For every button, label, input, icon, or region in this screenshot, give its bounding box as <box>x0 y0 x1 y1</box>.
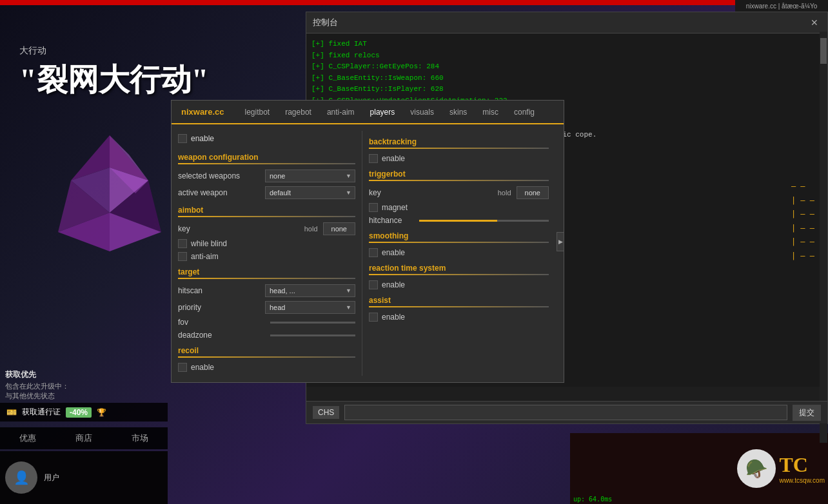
backtracking-enable-label: enable <box>382 154 405 163</box>
magnet-row: magnet <box>369 203 549 212</box>
menu-left-column: enable weapon configuration selected wea… <box>178 131 362 376</box>
assist-enable-row: enable <box>369 313 549 322</box>
reaction-time-header: reaction time system <box>369 264 549 273</box>
desc3: 与其他优先状态 <box>5 391 166 401</box>
tab-misc[interactable]: misc <box>475 101 506 123</box>
smoothing-enable-row: enable <box>369 248 549 257</box>
console-bottom-bar: CHS 提交 <box>306 401 827 423</box>
deadzone-row: deadzone <box>178 331 355 340</box>
selected-weapons-label: selected weapons <box>178 171 265 180</box>
tc-letters: TC <box>779 453 825 477</box>
reaction-time-divider <box>369 274 549 275</box>
pass-icon: 🎫 <box>6 407 17 417</box>
fov-row: fov <box>178 318 355 327</box>
hitscan-wrapper: head, ... body <box>265 284 355 297</box>
store-nav-market[interactable]: 市场 <box>112 427 168 449</box>
backtracking-enable-checkbox[interactable] <box>369 154 378 163</box>
console-input-field[interactable] <box>344 405 787 420</box>
menu-tabs: nixware.cc legitbot ragebot anti-aim pla… <box>172 101 564 124</box>
aimbot-none-button[interactable]: none <box>323 222 355 235</box>
magnet-checkbox[interactable] <box>369 203 378 212</box>
console-line-2: [+] fixed relocs <box>311 50 822 62</box>
game-title-area: 大行动 "裂网大行动" <box>19 45 208 101</box>
smoothing-enable-checkbox[interactable] <box>369 248 378 257</box>
avatar-name: 用户 <box>44 472 59 483</box>
award-icon: 🏆 <box>97 408 106 417</box>
console-lang-button[interactable]: CHS <box>313 406 339 419</box>
tab-visuals[interactable]: visuals <box>402 101 442 123</box>
console-close-button[interactable]: ✕ <box>808 16 821 29</box>
reaction-time-enable-checkbox[interactable] <box>369 280 378 289</box>
tc-site-label: www.tcsqw.com <box>779 477 825 484</box>
tab-ragebot[interactable]: ragebot <box>277 101 319 123</box>
tab-config[interactable]: config <box>506 101 542 123</box>
store-nav-shop[interactable]: 商店 <box>56 427 112 449</box>
weapon-config-divider <box>178 163 355 164</box>
selected-weapons-row: selected weapons none pistol rifle <box>178 170 355 182</box>
nixware-topbar-label: nixware.cc | åtæœ-ã¼Yo <box>735 0 828 12</box>
console-submit-button[interactable]: 提交 <box>793 405 821 421</box>
tab-players[interactable]: players <box>362 101 403 123</box>
tc-avatar-icon: 🪖 <box>745 458 768 480</box>
side-dashes: — — | — — | — — | — — | — — | — — <box>791 180 814 264</box>
tab-anti-aim[interactable]: anti-aim <box>319 101 362 123</box>
enable-checkbox[interactable] <box>178 134 187 143</box>
assist-divider <box>369 306 549 307</box>
while-blind-checkbox[interactable] <box>178 239 187 248</box>
assist-enable-label: enable <box>382 313 405 322</box>
top-red-bar <box>0 0 735 5</box>
expand-arrow[interactable]: ▶ <box>557 232 564 251</box>
console-scrollbar[interactable] <box>820 32 827 443</box>
tab-legitbot[interactable]: legitbot <box>237 101 278 123</box>
active-weapon-label: active weapon <box>178 188 265 197</box>
active-weapon-wrapper: default custom <box>265 186 355 199</box>
weapon-config-header: weapon configuration <box>178 153 355 162</box>
priority-select[interactable]: head body <box>265 301 355 314</box>
triggerbot-key-row: key hold none <box>369 186 549 199</box>
anti-aim-checkbox[interactable] <box>178 252 187 261</box>
backtracking-header: backtracking <box>369 137 549 146</box>
hitchance-fill <box>419 220 497 222</box>
active-weapon-select[interactable]: default custom <box>265 186 355 199</box>
anti-aim-label: anti-aim <box>191 252 219 261</box>
game-main-title: "裂网大行动" <box>19 59 208 101</box>
console-title: 控制台 <box>313 17 338 28</box>
priority-label: priority <box>178 303 265 312</box>
triggerbot-none-button[interactable]: none <box>517 186 549 199</box>
avatar: 👤 <box>5 461 37 494</box>
tc-avatar: 🪖 <box>737 449 776 488</box>
bottom-info-area: 获取优先 包含在此次升级中： 与其他优先状态 <box>5 369 166 401</box>
hitscan-label: hitscan <box>178 286 265 295</box>
triggerbot-header: triggerbot <box>369 170 549 179</box>
smoothing-header: smoothing <box>369 231 549 240</box>
menu-body: enable weapon configuration selected wea… <box>172 124 564 382</box>
assist-enable-checkbox[interactable] <box>369 313 378 322</box>
hitscan-row: hitscan head, ... body <box>178 284 355 297</box>
selected-weapons-select[interactable]: none pistol rifle <box>265 170 355 182</box>
menu-brand: nixware.cc <box>178 101 234 123</box>
reaction-time-enable-label: enable <box>382 280 405 289</box>
deadzone-label: deadzone <box>178 331 264 340</box>
recoil-header: recoil <box>178 346 355 355</box>
video-content: 🪖 TC www.tcsqw.com up: 64.0ms <box>570 433 828 504</box>
priority-row: priority head body <box>178 301 355 314</box>
console-line-5: [+] C_BaseEntity::IsPlayer: 628 <box>311 84 822 95</box>
assist-header: assist <box>369 296 549 305</box>
aimbot-key-label: key <box>178 224 304 233</box>
menu-right-column: backtracking enable triggerbot key hold … <box>362 131 549 376</box>
pass-label: 获取通行证 <box>22 407 61 418</box>
store-nav-sale[interactable]: 优惠 <box>0 427 56 449</box>
bird-decoration <box>52 129 168 258</box>
desc1: 获取优先 <box>5 369 166 380</box>
recoil-divider <box>178 356 355 358</box>
aimbot-hold-label: hold <box>304 225 318 233</box>
hitchance-track <box>419 220 549 222</box>
hitscan-select[interactable]: head, ... body <box>265 284 355 297</box>
recoil-enable-label: enable <box>191 363 214 372</box>
tab-skins[interactable]: skins <box>442 101 475 123</box>
discount-badge: -40% <box>66 407 92 418</box>
while-blind-label: while blind <box>191 239 227 248</box>
triggerbot-key-label: key <box>369 188 498 197</box>
console-line-4: [+] C_BaseEntity::IsWeapon: 660 <box>311 73 822 84</box>
recoil-enable-checkbox[interactable] <box>178 363 187 372</box>
